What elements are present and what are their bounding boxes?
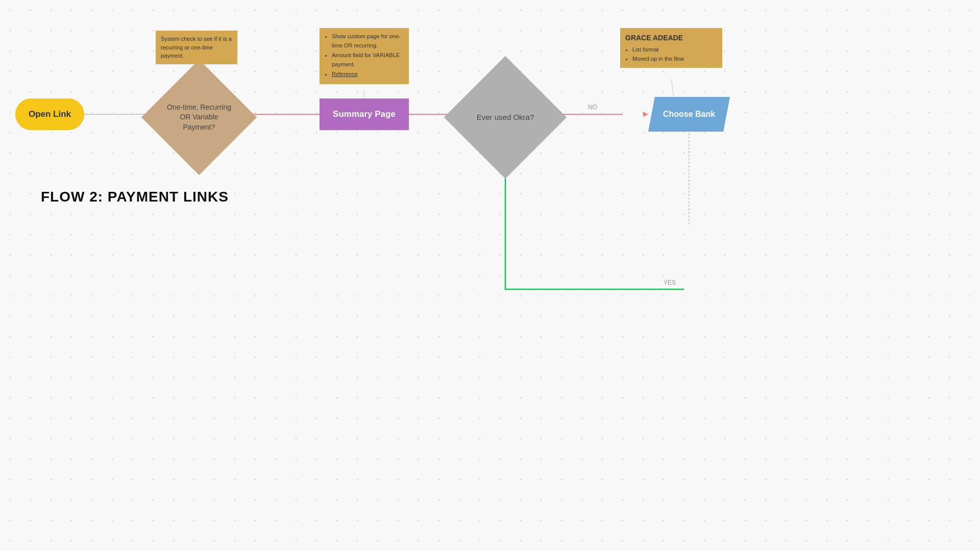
svg-text:NO: NO [588, 104, 597, 111]
grace-annotation: GRACE ADEADE List format Moved up in the… [620, 28, 722, 68]
svg-text:YES: YES [664, 279, 676, 286]
summary-page-node[interactable]: Summary Page [320, 98, 409, 130]
decision-diamond-text: One-time, Recurring OR Variable Payment? [148, 66, 250, 168]
summary-note: Show custom page for one-time OR recurri… [320, 28, 409, 84]
ever-used-okra-node: Ever used Okra? [449, 66, 561, 168]
choose-bank-node[interactable]: Choose Bank [648, 97, 730, 132]
svg-line-14 [671, 79, 674, 97]
flow-label: FLOW 2: PAYMENT LINKS [41, 189, 229, 205]
decision-note: System check to see if it is a recurring… [156, 31, 237, 64]
svg-text:NO: NO [0, 0, 9, 2]
open-link-node[interactable]: Open Link [15, 98, 84, 130]
okra-diamond-text: Ever used Okra? [449, 66, 561, 168]
svg-marker-8 [643, 112, 648, 117]
decision-payment-node: One-time, Recurring OR Variable Payment? [148, 66, 250, 168]
